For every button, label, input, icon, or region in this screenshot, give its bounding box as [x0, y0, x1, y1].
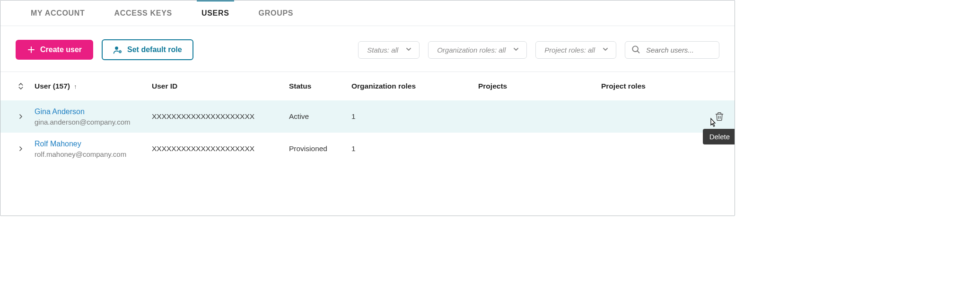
delete-tooltip: Delete	[703, 129, 735, 144]
column-user[interactable]: User (157) ↑	[35, 82, 152, 90]
column-org-roles[interactable]: Organization roles	[351, 82, 478, 90]
set-default-role-button[interactable]: Set default role	[102, 39, 193, 60]
search-input[interactable]	[645, 45, 712, 54]
column-user-id[interactable]: User ID	[152, 82, 289, 90]
expand-row-toggle[interactable]	[7, 113, 35, 120]
status-filter[interactable]: Status: all	[358, 41, 420, 59]
delete-user-button[interactable]: Delete	[705, 112, 734, 121]
tab-groups[interactable]: GROUPS	[257, 0, 296, 26]
search-users[interactable]	[625, 41, 719, 59]
column-status[interactable]: Status	[289, 82, 351, 90]
column-user-label: User (157)	[35, 82, 70, 90]
tab-users[interactable]: USERS	[200, 0, 231, 26]
users-table: User (157) ↑ User ID Status Organization…	[0, 72, 735, 165]
org-roles-filter-label: Organization roles: all	[437, 46, 506, 54]
org-roles-filter[interactable]: Organization roles: all	[428, 41, 527, 59]
svg-point-2	[115, 46, 118, 50]
svg-line-5	[637, 51, 639, 53]
sort-asc-icon: ↑	[74, 83, 77, 90]
toolbar: Create user Set default role Status: all…	[0, 26, 735, 72]
create-user-label: Create user	[40, 46, 82, 54]
user-gear-icon	[113, 45, 122, 54]
tab-access-keys[interactable]: ACCESS KEYS	[113, 0, 174, 26]
cell-status: Active	[289, 112, 351, 121]
table-header: User (157) ↑ User ID Status Organization…	[0, 72, 735, 100]
table-row[interactable]: Rolf Mahoney rolf.mahoney@company.com XX…	[0, 133, 735, 165]
chevron-down-icon	[405, 45, 412, 54]
search-icon	[631, 45, 640, 55]
user-name-link[interactable]: Gina Anderson	[35, 108, 152, 116]
column-projects[interactable]: Projects	[478, 82, 601, 90]
user-cell: Gina Anderson gina.anderson@company.com	[35, 108, 152, 126]
project-roles-filter[interactable]: Project roles: all	[535, 41, 616, 59]
project-roles-filter-label: Project roles: all	[544, 46, 595, 54]
user-name-link[interactable]: Rolf Mahoney	[35, 140, 152, 148]
plus-icon	[27, 45, 35, 54]
status-filter-label: Status: all	[367, 46, 398, 54]
create-user-button[interactable]: Create user	[16, 40, 93, 60]
tabs-bar: MY ACCOUNT ACCESS KEYS USERS GROUPS	[0, 0, 735, 26]
tab-my-account[interactable]: MY ACCOUNT	[29, 0, 87, 26]
chevron-down-icon	[512, 45, 520, 54]
cell-status: Provisioned	[289, 144, 351, 153]
cell-org-roles: 1	[351, 144, 478, 153]
column-project-roles[interactable]: Project roles	[601, 82, 705, 90]
user-cell: Rolf Mahoney rolf.mahoney@company.com	[35, 140, 152, 158]
cell-org-roles: 1	[351, 112, 478, 121]
expand-row-toggle[interactable]	[7, 145, 35, 153]
user-email: rolf.mahoney@company.com	[35, 150, 152, 158]
chevron-down-icon	[602, 45, 609, 54]
table-row[interactable]: Gina Anderson gina.anderson@company.com …	[0, 100, 735, 133]
cell-user-id: XXXXXXXXXXXXXXXXXXXXX	[152, 144, 289, 153]
cell-user-id: XXXXXXXXXXXXXXXXXXXXX	[152, 112, 289, 121]
user-email: gina.anderson@company.com	[35, 118, 152, 126]
expand-all-toggle[interactable]	[7, 82, 35, 90]
set-default-role-label: Set default role	[127, 46, 182, 54]
